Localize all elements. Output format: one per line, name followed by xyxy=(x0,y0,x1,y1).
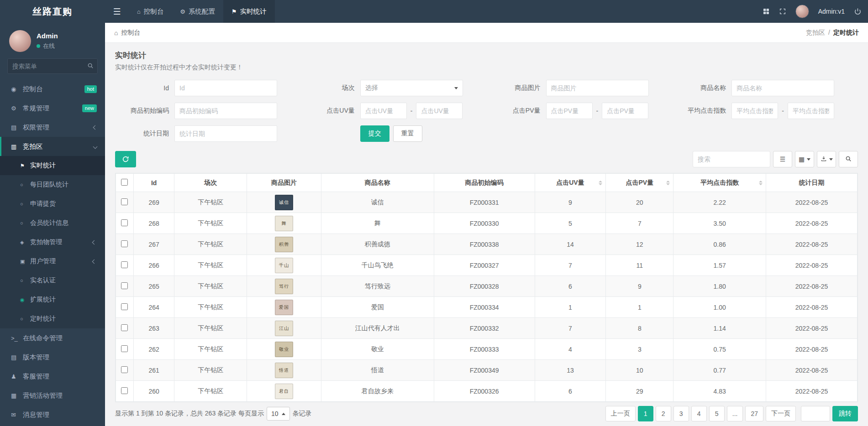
row-checkbox[interactable] xyxy=(121,198,128,205)
advanced-search-button[interactable] xyxy=(839,151,858,167)
cell-code: FZ000326 xyxy=(434,381,535,402)
sidebar-item-auction-zone[interactable]: ▥竞拍区 xyxy=(0,137,105,156)
reset-button[interactable]: 重置 xyxy=(393,125,422,142)
product-image[interactable]: 笃行 xyxy=(275,279,293,294)
toggle-view-button[interactable]: ☰ xyxy=(773,151,792,167)
jump-page-input[interactable] xyxy=(801,406,830,421)
row-checkbox[interactable] xyxy=(121,282,128,289)
refresh-button[interactable] xyxy=(115,151,136,167)
sidebar-subitem-label: 扩展统计 xyxy=(30,296,56,304)
product-image[interactable]: 舞 xyxy=(275,216,293,231)
page-size-select[interactable]: 10 xyxy=(267,407,290,421)
sidebar-item-real-name-auth[interactable]: ○实名认证 xyxy=(0,271,105,290)
sidebar-item-daily-team-stats[interactable]: ○每日团队统计 xyxy=(0,175,105,194)
filter-avg-max-input[interactable] xyxy=(788,103,834,119)
table-search-input[interactable] xyxy=(693,151,770,167)
filter-code-input[interactable] xyxy=(174,103,277,119)
page-button-4[interactable]: 4 xyxy=(691,406,707,421)
user-menu[interactable]: Admin:v1 xyxy=(818,8,845,15)
sidebar-item-permission[interactable]: ▤权限管理 xyxy=(0,118,105,137)
page-button-5[interactable]: 5 xyxy=(709,406,725,421)
topnav-item-system-config[interactable]: ⚙系统配置 xyxy=(172,0,223,23)
sidebar-search-input[interactable] xyxy=(7,58,98,74)
filter-image-input[interactable] xyxy=(546,80,649,96)
export-button[interactable] xyxy=(817,151,836,167)
column-header-avg[interactable]: 平均点击指数 xyxy=(673,174,766,192)
hamburger-menu-icon[interactable]: ☰ xyxy=(105,0,129,23)
row-checkbox[interactable] xyxy=(121,366,128,373)
filter-pv-min-input[interactable] xyxy=(546,103,593,119)
product-image[interactable]: 千山 xyxy=(275,258,293,273)
row-checkbox[interactable] xyxy=(121,261,128,268)
row-checkbox[interactable] xyxy=(121,303,128,310)
row-checkbox[interactable] xyxy=(121,324,128,331)
filter-date-input[interactable] xyxy=(174,125,277,142)
filter-id-input[interactable] xyxy=(174,80,277,96)
row-checkbox[interactable] xyxy=(121,387,128,394)
column-header-uv[interactable]: 点击UV量 xyxy=(535,174,606,192)
page-button-2[interactable]: 2 xyxy=(656,406,671,421)
product-image[interactable]: 敬业 xyxy=(275,342,293,357)
filter-pv-max-input[interactable] xyxy=(602,103,648,119)
row-checkbox[interactable] xyxy=(121,345,128,352)
breadcrumb-left[interactable]: 控制台 xyxy=(121,29,140,37)
user-avatar[interactable] xyxy=(795,5,809,18)
topnav-item-console[interactable]: ⌂控制台 xyxy=(129,0,172,23)
sidebar-item-general[interactable]: ⚙常规管理new xyxy=(0,99,105,118)
row-checkbox[interactable] xyxy=(121,240,128,247)
page-size-value: 10 xyxy=(271,410,279,417)
filter-uv-min-input[interactable] xyxy=(360,103,407,119)
product-image[interactable]: 积善 xyxy=(275,237,293,252)
search-icon[interactable] xyxy=(87,62,94,70)
sidebar-item-extended-stats[interactable]: ◉扩展统计 xyxy=(0,290,105,309)
page-button-27[interactable]: 27 xyxy=(745,406,763,421)
page-button-3[interactable]: 3 xyxy=(673,406,689,421)
sort-icon[interactable] xyxy=(666,181,670,185)
sidebar-item-customer-service[interactable]: ♟客服管理 xyxy=(0,367,105,386)
avatar[interactable] xyxy=(9,30,31,52)
cell-uv: 5 xyxy=(535,213,606,234)
columns-button[interactable]: ▦ xyxy=(795,151,814,167)
sidebar-item-pickup-request[interactable]: ○申请提货 xyxy=(0,194,105,213)
product-image[interactable]: 江山 xyxy=(275,321,293,336)
filter-avg-min-input[interactable] xyxy=(731,103,778,119)
select-all-checkbox[interactable] xyxy=(121,179,128,186)
fullscreen-icon[interactable] xyxy=(779,8,786,15)
data-table: Id场次商品图片商品名称商品初始编码点击UV量点击PV量平均点击指数统计日期 2… xyxy=(115,173,858,402)
sidebar-item-online-command[interactable]: >_在线命令管理 xyxy=(0,328,105,348)
page-button-1[interactable]: 1 xyxy=(638,406,653,421)
cell-date: 2022-08-25 xyxy=(766,318,857,339)
product-image[interactable]: 悟道 xyxy=(275,363,293,378)
submit-button[interactable]: 提交 xyxy=(360,125,389,142)
sidebar-item-version[interactable]: ▤版本管理 xyxy=(0,348,105,367)
sidebar-item-console[interactable]: ◉控制台hot xyxy=(0,79,105,99)
filter-name-input[interactable] xyxy=(731,80,834,96)
next-page-button[interactable]: 下一页 xyxy=(766,406,796,421)
sort-icon[interactable] xyxy=(759,181,763,185)
brand-logo[interactable]: 丝路直购 xyxy=(0,0,105,23)
prev-page-button[interactable]: 上一页 xyxy=(605,406,636,421)
product-image[interactable]: 君自 xyxy=(275,384,293,399)
main: ⌂ 控制台 竞拍区 / 定时统计 实时统计 实时统计仅在开拍过程中才会实时统计变… xyxy=(105,0,868,421)
sidebar-item-realtime-stats[interactable]: ⚑实时统计 xyxy=(0,156,105,175)
product-image[interactable]: 爱国 xyxy=(275,300,293,315)
sidebar-item-marketing[interactable]: ▦营销活动管理 xyxy=(0,386,105,405)
cell-code: FZ000349 xyxy=(434,360,535,381)
sidebar-item-timed-stats[interactable]: ○定时统计 xyxy=(0,309,105,328)
jump-button[interactable]: 跳转 xyxy=(832,406,858,421)
sidebar-item-message[interactable]: ✉消息管理 xyxy=(0,405,105,424)
topnav-item-realtime-stats[interactable]: ⚑实时统计 xyxy=(223,0,275,23)
power-icon[interactable] xyxy=(854,8,862,16)
sidebar-item-auction-items[interactable]: ◈竞拍物管理 xyxy=(0,233,105,252)
grid-icon[interactable] xyxy=(763,8,770,15)
sidebar-item-member-stats[interactable]: ○会员统计信息 xyxy=(0,213,105,233)
filter-name-cell: 商品名称 xyxy=(672,80,858,96)
row-checkbox[interactable] xyxy=(121,219,128,226)
filter-session-select[interactable]: 选择 xyxy=(360,80,463,96)
sidebar-item-user-management[interactable]: ▣用户管理 xyxy=(0,252,105,271)
column-header-pv[interactable]: 点击PV量 xyxy=(606,174,673,192)
product-image[interactable]: 诚信 xyxy=(275,195,293,210)
breadcrumb-parent[interactable]: 竞拍区 xyxy=(806,29,825,37)
sort-icon[interactable] xyxy=(599,181,602,185)
filter-uv-max-input[interactable] xyxy=(416,103,463,119)
